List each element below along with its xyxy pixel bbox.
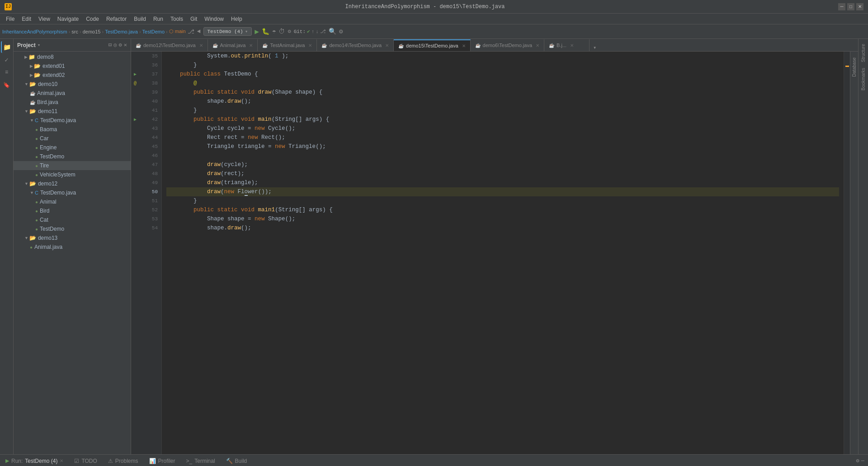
tab-problems[interactable]: ⚠ Problems	[103, 455, 144, 466]
project-dropdown-icon[interactable]: ▾	[38, 42, 41, 48]
tree-item-extend02[interactable]: ▶ 📂 extend02	[14, 71, 131, 80]
run-gutter-41[interactable]: ▶	[134, 115, 137, 124]
debug-button[interactable]: 🐛	[262, 28, 269, 35]
tree-item-testdemo11[interactable]: ▼ C TestDemo.java	[14, 116, 131, 125]
activity-project[interactable]: 📁	[1, 41, 13, 53]
hide-icon[interactable]: ✕	[124, 42, 127, 48]
gear-icon[interactable]: ⚙	[119, 42, 122, 48]
tab-overflow-icon[interactable]: ▾	[590, 44, 600, 51]
tree-label: Cat	[40, 217, 48, 223]
tab-profiler[interactable]: 📊 Profiler	[144, 455, 181, 466]
menu-file[interactable]: File	[2, 15, 18, 23]
close-button[interactable]: ✕	[856, 3, 863, 10]
tab-animal[interactable]: ☕ Animal.java ✕	[208, 39, 258, 51]
folder-icon: 📂	[29, 81, 36, 87]
tab-demo12-testdemo[interactable]: ☕ demo12\TestDemo.java ✕	[131, 39, 208, 51]
tree-item-demo13[interactable]: ▼ 📂 demo13	[14, 233, 131, 243]
tab-demo14-testdemo[interactable]: ☕ demo14\TestDemo.java ✕	[317, 39, 394, 51]
tree-item-testdemo12[interactable]: ▼ C TestDemo.java	[14, 188, 131, 197]
menu-view[interactable]: View	[35, 15, 54, 23]
tab-close-icon[interactable]: ✕	[199, 43, 203, 48]
menu-code[interactable]: Code	[82, 15, 103, 23]
menu-git[interactable]: Git	[187, 15, 201, 23]
database-label[interactable]: Database	[851, 54, 858, 81]
tree-item-car[interactable]: ● Car	[14, 134, 131, 143]
back-icon[interactable]: ◄	[197, 28, 201, 35]
tab-close-icon[interactable]: ✕	[385, 43, 389, 48]
settings-icon[interactable]: ⚙	[339, 28, 343, 35]
tree-item-demo11[interactable]: ▼ 📂 demo11	[14, 107, 131, 116]
profile-button[interactable]: ⏱	[278, 28, 285, 35]
tree-item-testdemo-class[interactable]: ● TestDemo	[14, 152, 131, 161]
activity-commit[interactable]: ✓	[1, 54, 13, 66]
menu-tools[interactable]: Tools	[167, 15, 187, 23]
collapse-all-icon[interactable]: ⊟	[108, 42, 112, 48]
menu-refactor[interactable]: Refactor	[103, 15, 130, 23]
tree-item-baoma[interactable]: ● Baoma	[14, 125, 131, 134]
tree-label: demo13	[38, 235, 57, 241]
minimize-button[interactable]: ─	[838, 3, 845, 10]
code-content[interactable]: System.out.println( 1 ); } public class …	[162, 52, 844, 454]
tab-close-icon[interactable]: ✕	[249, 43, 253, 48]
tree-item-demo10[interactable]: ▼ 📂 demo10	[14, 80, 131, 89]
maximize-button[interactable]: □	[847, 3, 854, 10]
bottom-settings-icon[interactable]: ⚙	[856, 457, 859, 464]
tab-close-icon[interactable]: ✕	[462, 43, 466, 48]
tab-build[interactable]: 🔨 Build	[221, 455, 253, 466]
tree-item-animal12[interactable]: ● Animal	[14, 197, 131, 206]
tree-item-bird12[interactable]: ● Bird	[14, 206, 131, 215]
more-run-icon[interactable]: ⚙	[288, 28, 291, 35]
menu-navigate[interactable]: Navigate	[54, 15, 82, 23]
bookmarks-label[interactable]: Bookmarks	[860, 65, 867, 93]
tab-todo[interactable]: ☑ TODO	[69, 455, 102, 466]
run-config-selector[interactable]: TestDemo (4) ▾	[203, 27, 252, 36]
breadcrumb-src[interactable]: src	[71, 29, 78, 34]
tab-run[interactable]: ▶ Run: TestDemo (4) ✕	[0, 455, 69, 466]
tab-close-icon[interactable]: ✕	[536, 43, 539, 48]
tab-demo6-testdemo[interactable]: ☕ demo6\TestDemo.java ✕	[471, 39, 544, 51]
breadcrumb-testdemo-file[interactable]: TestDemo.java	[105, 29, 138, 34]
menu-run[interactable]: Run	[150, 15, 167, 23]
tree-item-extend01[interactable]: ▶ 📂 extend01	[14, 62, 131, 71]
tree-item-tire[interactable]: ● Tire	[14, 161, 131, 170]
breadcrumb-testdemo-class[interactable]: TestDemo	[142, 29, 165, 34]
tree-item-testdemo12-class[interactable]: ● TestDemo	[14, 224, 131, 233]
breadcrumb-demo15[interactable]: demo15	[83, 29, 101, 34]
breadcrumb-project[interactable]: InheritanceAndPolymorphism	[2, 29, 67, 34]
tab-bj[interactable]: ☕ B.j... ✕	[544, 39, 590, 51]
search-everywhere-icon[interactable]: 🔍	[329, 28, 336, 35]
class-icon: ●	[35, 154, 38, 159]
run-button[interactable]: ▶	[255, 27, 259, 36]
todo-tab-label: TODO	[81, 458, 97, 464]
tree-item-bird-java[interactable]: ☕ Bird.java	[14, 98, 131, 107]
tree-item-demo12[interactable]: ▼ 📂 demo12	[14, 179, 131, 188]
tree-item-vehiclesystem[interactable]: ● VehicleSystem	[14, 170, 131, 179]
line-num-35: 35	[144, 52, 158, 61]
git-arrow-up: ↑	[311, 29, 315, 34]
menu-help[interactable]: Help	[227, 15, 246, 23]
breadcrumb-main[interactable]: ⬡ main	[169, 29, 186, 34]
tab-terminal[interactable]: >_ Terminal	[181, 455, 221, 466]
run-gutter-37[interactable]: ▶	[134, 70, 137, 79]
scroll-to-source-icon[interactable]: ◎	[113, 42, 117, 48]
tree-item-engine[interactable]: ● Engine	[14, 143, 131, 152]
vcs-icon[interactable]: ⎇	[188, 28, 194, 35]
tab-demo15-testdemo[interactable]: ☕ demo15\TestDemo.java ✕	[394, 39, 471, 51]
bottom-minimize-icon[interactable]: ─	[861, 458, 864, 464]
structure-label[interactable]: Structure	[860, 41, 867, 65]
run-tab-close-icon[interactable]: ✕	[60, 458, 63, 463]
tree-item-demo8[interactable]: ▶ 📁 demo8	[14, 52, 131, 62]
coverage-button[interactable]: ☂	[272, 28, 276, 35]
activity-structure[interactable]: ≡	[1, 67, 13, 78]
menu-build[interactable]: Build	[130, 15, 150, 23]
tree-item-animaljava13[interactable]: ● Animal.java	[14, 243, 131, 252]
tab-testanimal[interactable]: ☕ TestAnimal.java ✕	[258, 39, 317, 51]
tree-item-animal-java[interactable]: ☕ Animal.java	[14, 89, 131, 98]
tab-close-icon[interactable]: ✕	[570, 43, 574, 48]
code-editor[interactable]: ▶ @ ▶	[131, 52, 844, 454]
menu-window[interactable]: Window	[201, 15, 227, 23]
activity-bookmarks[interactable]: 🔖	[1, 79, 13, 91]
tree-item-cat12[interactable]: ● Cat	[14, 215, 131, 224]
menu-edit[interactable]: Edit	[18, 15, 35, 23]
tab-close-icon[interactable]: ✕	[308, 43, 312, 48]
